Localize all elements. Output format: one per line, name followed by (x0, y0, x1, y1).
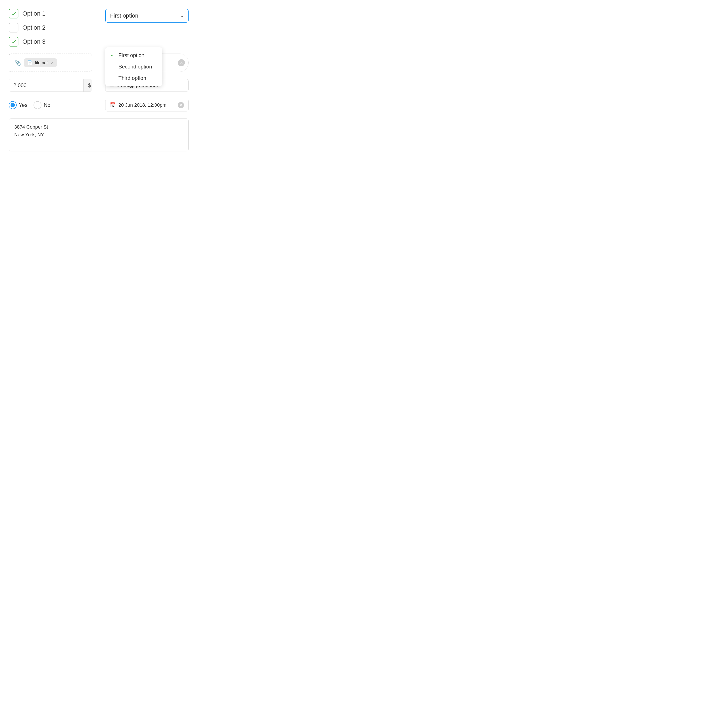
radio-option-yes[interactable]: Yes (9, 101, 27, 109)
file-upload-area[interactable]: 📎 📄 file.pdf ✕ (9, 53, 92, 72)
address-container: 3874 Copper St New York, NY (9, 118, 189, 152)
radio-group: Yes No (9, 99, 92, 111)
radio-option-no[interactable]: No (33, 101, 50, 109)
checkbox-row-3: Option 3 (9, 37, 92, 47)
checkbox-option1[interactable] (9, 9, 18, 18)
address-textarea[interactable]: 3874 Copper St New York, NY (9, 118, 189, 152)
checkboxes-group: Option 1 Option 2 Option 3 (9, 9, 92, 47)
number-input[interactable] (9, 79, 83, 91)
radio-label-yes: Yes (19, 102, 27, 108)
checkbox-option3[interactable] (9, 37, 18, 47)
date-remove-button[interactable]: ✕ (178, 102, 184, 108)
currency-unit: $ (83, 79, 92, 91)
date-input-group: 📅 20 Jun 2018, 12:00pm ✕ (105, 99, 189, 111)
contact-remove-button[interactable]: ✕ (178, 59, 185, 66)
dropdown-item-1[interactable]: ✓ First option (105, 50, 162, 61)
checkbox-label-2: Option 2 (23, 24, 45, 31)
file-chip: 📄 file.pdf ✕ (24, 58, 57, 67)
file-document-icon: 📄 (27, 60, 33, 65)
dropdown-item-label-1: First option (118, 52, 144, 58)
date-value: 20 Jun 2018, 12:00pm (118, 102, 175, 108)
checkbox-label-3: Option 3 (23, 38, 45, 45)
checkmark-icon: ✓ (110, 52, 116, 58)
paperclip-icon: 📎 (15, 60, 21, 66)
file-remove-button[interactable]: ✕ (51, 61, 54, 65)
calendar-icon: 📅 (110, 102, 116, 108)
dropdown-button[interactable]: First option ⌄ (105, 9, 189, 23)
radio-no[interactable] (33, 101, 41, 109)
checkbox-row-2: Option 2 (9, 23, 92, 32)
radio-yes[interactable] (9, 101, 17, 109)
checkbox-label-1: Option 1 (23, 10, 45, 17)
dropdown-item-label-3: Third option (118, 75, 146, 81)
dropdown-selected-value: First option (110, 12, 138, 19)
checkbox-option2[interactable] (9, 23, 18, 32)
dropdown-menu: ✓ First option Second option Third optio… (105, 47, 162, 86)
checkbox-row-1: Option 1 (9, 9, 92, 18)
dropdown-container: First option ⌄ ✓ First option Second opt… (105, 9, 189, 47)
dropdown-item-label-2: Second option (118, 64, 152, 70)
number-input-group: $ (9, 79, 92, 92)
radio-label-no: No (44, 102, 50, 108)
dropdown-item-3[interactable]: Third option (105, 73, 162, 84)
file-name: file.pdf (35, 60, 48, 65)
chevron-down-icon: ⌄ (180, 14, 184, 18)
dropdown-item-2[interactable]: Second option (105, 61, 162, 73)
